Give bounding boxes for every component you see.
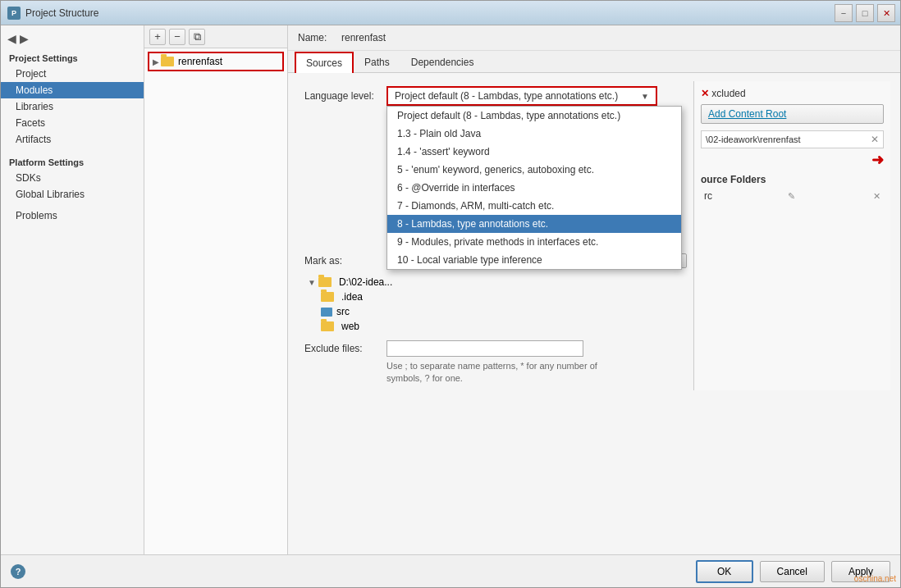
- remove-module-button[interactable]: −: [169, 29, 185, 45]
- sidebar-item-artifacts[interactable]: Artifacts: [1, 131, 144, 148]
- module-label: renrenfast: [178, 56, 222, 67]
- dropdown-option-project-default[interactable]: Project default (8 - Lambdas, type annot…: [387, 107, 681, 125]
- tab-paths[interactable]: Paths: [354, 52, 400, 73]
- tab-dependencies[interactable]: Dependencies: [400, 52, 485, 73]
- bottom-bar: ? OK Cancel Apply: [1, 554, 900, 587]
- right-side-panel: ✕ xcluded Add Content Root \02-ideawork\…: [693, 81, 890, 390]
- exclude-section: Exclude files: Use ; to separate name pa…: [304, 334, 687, 385]
- folder-icon-web: [321, 321, 334, 331]
- back-nav-icon[interactable]: ◀: [7, 32, 16, 45]
- folder-icon: [318, 277, 332, 287]
- right-panel: Name: renrenfast Sources Paths Dependenc…: [288, 25, 900, 554]
- sidebar-item-facets[interactable]: Facets: [1, 115, 144, 131]
- titlebar: P Project Structure − □ ✕: [1, 1, 900, 25]
- window-controls: − □ ✕: [835, 4, 895, 22]
- exclude-hint-1: Use ; to separate name patterns, * for a…: [304, 360, 687, 372]
- module-toolbar: + − ⧉: [144, 25, 287, 48]
- module-chevron-icon: ▶: [153, 57, 159, 66]
- mark-as-label: Mark as:: [304, 255, 386, 267]
- language-level-row: Language level: Project default (8 - Lam…: [304, 86, 687, 106]
- tree-row-droot[interactable]: ▼ D:\02-idea...: [304, 275, 687, 289]
- tab-sources[interactable]: Sources: [295, 52, 354, 73]
- content-root-path-item: \02-ideawork\renrenfast ✕: [701, 130, 884, 148]
- path-close-button[interactable]: ✕: [871, 134, 879, 145]
- excluded-text: xcluded: [711, 88, 745, 99]
- copy-module-button[interactable]: ⧉: [189, 29, 205, 45]
- forward-nav-icon[interactable]: ▶: [20, 32, 29, 45]
- src-close-icon[interactable]: ✕: [873, 191, 880, 202]
- sources-layout: Language level: Project default (8 - Lam…: [298, 81, 890, 390]
- sidebar-item-sdks[interactable]: SDKs: [1, 170, 144, 186]
- name-row: Name: renrenfast: [288, 25, 900, 51]
- sidebar-item-problems[interactable]: Problems: [1, 207, 144, 224]
- module-tree: ▶ renrenfast: [144, 48, 287, 554]
- dropdown-list: Project default (8 - Lambdas, type annot…: [386, 106, 682, 270]
- red-arrow-indicator: ➜: [701, 151, 884, 169]
- dropdown-option-1-4[interactable]: 1.4 - 'assert' keyword: [387, 143, 681, 161]
- tab-content-sources: Language level: Project default (8 - Lam…: [288, 73, 900, 554]
- language-level-label: Language level:: [304, 90, 386, 102]
- excluded-x-icon: ✕: [701, 88, 711, 99]
- app-icon: P: [7, 7, 21, 20]
- cancel-button[interactable]: Cancel: [760, 561, 825, 582]
- name-value: renrenfast: [341, 32, 890, 43]
- language-level-dropdown[interactable]: Project default (8 - Lambdas, type annot…: [386, 86, 657, 106]
- folder-icon-idea: [321, 292, 334, 302]
- sidebar-item-project[interactable]: Project: [1, 66, 144, 82]
- dropdown-value: Project default (8 - Lambdas, type annot…: [395, 90, 618, 102]
- dropdown-option-9[interactable]: 9 - Modules, private methods in interfac…: [387, 233, 681, 251]
- help-button[interactable]: ?: [11, 564, 25, 579]
- sidebar-item-modules[interactable]: Modules: [1, 82, 144, 98]
- excluded-label: ✕ xcluded: [701, 88, 884, 99]
- exclude-files-row: Exclude files:: [304, 340, 687, 357]
- add-module-button[interactable]: +: [149, 29, 166, 45]
- minimize-button[interactable]: −: [835, 4, 853, 22]
- platform-settings-heading: Platform Settings: [1, 153, 144, 170]
- sidebar-item-libraries[interactable]: Libraries: [1, 98, 144, 115]
- maximize-button[interactable]: □: [856, 4, 874, 22]
- module-item-renrenfast[interactable]: ▶ renrenfast: [148, 52, 284, 71]
- tabs-bar: Sources Paths Dependencies: [288, 51, 900, 73]
- dropdown-option-8[interactable]: 8 - Lambdas, type annotations etc.: [387, 215, 681, 233]
- dropdown-option-7[interactable]: 7 - Diamonds, ARM, multi-catch etc.: [387, 197, 681, 215]
- dropdown-option-6[interactable]: 6 - @Override in interfaces: [387, 179, 681, 197]
- path-item-text: \02-ideawork\renrenfast: [706, 134, 801, 144]
- src-folder-item: rc ✎ ✕: [701, 189, 884, 203]
- src-item-text: rc: [704, 190, 712, 202]
- tree-item-label: D:\02-idea...: [339, 276, 392, 288]
- window-title: Project Structure: [25, 7, 98, 19]
- source-folders-label: ource Folders: [701, 174, 884, 185]
- close-button[interactable]: ✕: [877, 4, 895, 22]
- ok-button[interactable]: OK: [696, 560, 753, 583]
- dropdown-option-10[interactable]: 10 - Local variable type inference: [387, 251, 681, 269]
- name-label: Name:: [298, 32, 335, 43]
- project-structure-window: P Project Structure − □ ✕ ◀ ▶ Project Se…: [0, 0, 901, 588]
- sidebar-item-global-libraries[interactable]: Global Libraries: [1, 186, 144, 203]
- watermark: oschina.net: [854, 574, 896, 583]
- sidebar: ◀ ▶ Project Settings Project Modules Lib…: [1, 25, 144, 554]
- src-edit-icon[interactable]: ✎: [788, 191, 795, 202]
- project-settings-heading: Project Settings: [1, 48, 144, 66]
- exclude-label: Exclude files:: [304, 343, 386, 354]
- dropdown-arrow-icon: ▼: [641, 92, 649, 101]
- dropdown-option-5[interactable]: 5 - 'enum' keyword, generics, autoboxing…: [387, 161, 681, 179]
- left-col: Language level: Project default (8 - Lam…: [298, 81, 693, 390]
- main-content: ◀ ▶ Project Settings Project Modules Lib…: [1, 25, 900, 554]
- exclude-input[interactable]: [386, 340, 583, 357]
- tree-row-src[interactable]: src: [304, 304, 687, 319]
- add-content-root-button[interactable]: Add Content Root: [701, 104, 884, 124]
- tree-row-web[interactable]: web: [304, 319, 687, 334]
- folder-src-icon: [321, 308, 332, 317]
- tree-item-idea: .idea: [341, 291, 363, 303]
- tree-row-idea[interactable]: .idea: [304, 289, 687, 304]
- file-tree: ▼ D:\02-idea... .idea src: [304, 275, 687, 334]
- module-panel: + − ⧉ ▶ renrenfast: [144, 25, 288, 554]
- dropdown-option-1-3[interactable]: 1.3 - Plain old Java: [387, 125, 681, 143]
- module-folder-icon: [161, 57, 174, 66]
- tree-item-web: web: [341, 321, 359, 332]
- language-level-dropdown-container: Project default (8 - Lambdas, type annot…: [386, 86, 657, 106]
- tree-chevron-icon: ▼: [308, 278, 316, 287]
- exclude-hint-2: symbols, ? for one.: [304, 372, 687, 385]
- tree-item-src: src: [336, 306, 350, 317]
